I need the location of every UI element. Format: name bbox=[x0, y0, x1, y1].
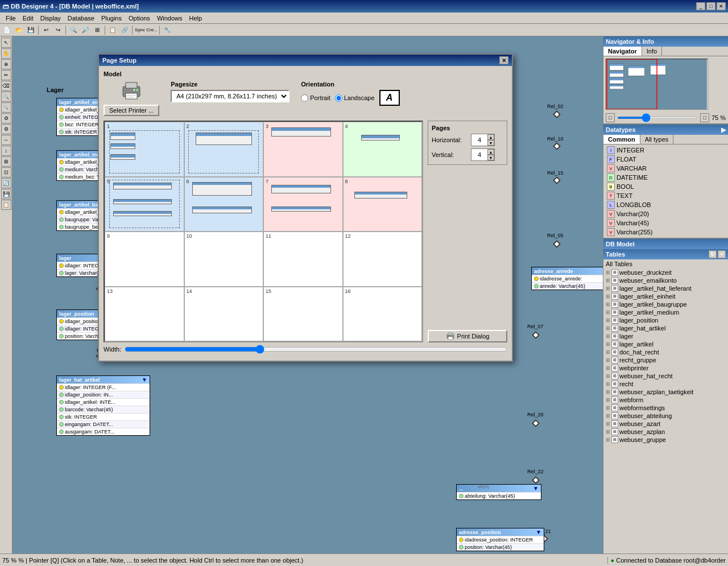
hand-tool[interactable]: ✋ bbox=[1, 48, 11, 59]
datatype-integer[interactable]: I INTEGER bbox=[605, 146, 727, 155]
zoom-out-nav-button[interactable]: □ bbox=[606, 113, 615, 122]
zoom-nav-slider[interactable] bbox=[617, 117, 698, 119]
pagesize-select[interactable]: A4 (210x297 mm, 8.26x11.7 inches) A3 (29… bbox=[171, 90, 289, 102]
table-item-lager-hat-artikel[interactable]: ⊞ ⊞ lager_hat_artikel bbox=[603, 324, 728, 332]
dialog-close-button[interactable]: ✕ bbox=[499, 56, 508, 64]
table-item-webform[interactable]: ⊞ ⊞ webform bbox=[603, 396, 728, 404]
table-adresse-position[interactable]: adresse_position ▼ idadresse_position: I… bbox=[456, 528, 544, 551]
zoom-out-tool[interactable]: 🔍 bbox=[1, 102, 11, 113]
table-item-webformsettings[interactable]: ⊞ ⊞ webformsettings bbox=[603, 404, 728, 412]
tab-common[interactable]: Common bbox=[603, 135, 640, 144]
refresh-tables-button[interactable]: ↻ bbox=[709, 250, 717, 258]
resize-h-tool[interactable]: ↔ bbox=[1, 135, 11, 145]
table-item-webuser-azart[interactable]: ⊞ ⊞ webuser_azart bbox=[603, 420, 728, 428]
export-tool[interactable]: 💾 bbox=[1, 189, 11, 199]
width-slider[interactable] bbox=[125, 345, 507, 354]
portrait-radio[interactable] bbox=[301, 94, 308, 102]
grid-tool[interactable]: ⊞ bbox=[1, 156, 11, 167]
zoom-in-tool[interactable]: 🔍 bbox=[1, 92, 11, 102]
table-item-webprinter[interactable]: ⊞ ⊞ webprinter bbox=[603, 364, 728, 372]
zoom-tool[interactable]: ⊕ bbox=[1, 59, 11, 69]
create-button[interactable]: Cre... bbox=[146, 25, 158, 35]
table-item-webuser-azplan[interactable]: ⊞ ⊞ webuser_azplan bbox=[603, 428, 728, 436]
table-item-webuser-hat-recht[interactable]: ⊞ ⊞ webuser_hat_recht bbox=[603, 372, 728, 380]
datatype-bool[interactable]: B BOOL bbox=[605, 182, 727, 191]
table-item-lager-artikel-baugruppe[interactable]: ⊞ ⊞ lager_artikel_baugruppe bbox=[603, 300, 728, 308]
menu-database[interactable]: Database bbox=[64, 14, 98, 23]
portrait-radio-label[interactable]: Portrait bbox=[301, 94, 330, 102]
print-dialog-button[interactable]: Print Dialog bbox=[428, 330, 507, 342]
new-button[interactable]: 📄 bbox=[1, 25, 13, 35]
menu-windows[interactable]: Windows bbox=[154, 14, 186, 23]
undo-button[interactable]: ↩ bbox=[40, 25, 52, 35]
landscape-radio[interactable] bbox=[335, 94, 342, 102]
table-item-lager-artikel-einheit[interactable]: ⊞ ⊞ lager_artikel_einheit bbox=[603, 292, 728, 300]
vertical-input[interactable] bbox=[471, 151, 487, 159]
menu-edit[interactable]: Edit bbox=[19, 14, 37, 23]
resize-v-tool[interactable]: ↕ bbox=[1, 146, 11, 156]
tab-all-types[interactable]: All types bbox=[640, 135, 674, 144]
maximize-button[interactable]: □ bbox=[706, 2, 715, 10]
vertical-up-button[interactable]: ▲ bbox=[487, 149, 494, 155]
table-item-doc-hat-recht[interactable]: ⊞ ⊞ doc_hat_recht bbox=[603, 348, 728, 356]
datatype-datetime[interactable]: D DATETIME bbox=[605, 173, 727, 182]
datatype-text[interactable]: T TEXT bbox=[605, 191, 727, 200]
delete-tool[interactable]: ⌫ bbox=[1, 81, 11, 91]
table-item-recht[interactable]: ⊞ ⊞ recht bbox=[603, 380, 728, 388]
datatype-float[interactable]: F FLOAT bbox=[605, 155, 727, 164]
table-item-lager-artikel[interactable]: ⊞ ⊞ lager_artikel bbox=[603, 340, 728, 348]
settings-tool[interactable]: ⚙ bbox=[1, 113, 11, 123]
zoom-fit-button[interactable]: ⊞ bbox=[92, 25, 103, 35]
vertical-down-button[interactable]: ▼ bbox=[487, 155, 494, 160]
table-item-lager-position[interactable]: ⊞ ⊞ lager_position bbox=[603, 316, 728, 324]
datatype-longblob[interactable]: L LONGBLOB bbox=[605, 200, 727, 209]
table-lager-hat-artikel[interactable]: lager_hat_artikel ▼ idlager: INTEGER (F.… bbox=[56, 375, 150, 436]
select-printer-button[interactable]: Select Printer ... bbox=[104, 105, 159, 116]
menu-display[interactable]: Display bbox=[37, 14, 64, 23]
table-item-webuser-druckzeit[interactable]: ⊞ ⊞ webuser_druckzeit bbox=[603, 268, 728, 276]
table-item-lager[interactable]: ⊞ ⊞ lager bbox=[603, 332, 728, 340]
table-item-recht-gruppe[interactable]: ⊞ ⊞ recht_gruppe bbox=[603, 356, 728, 364]
close-button[interactable]: ✕ bbox=[717, 2, 726, 10]
navigator-preview[interactable] bbox=[606, 59, 708, 110]
datatype-varchar255[interactable]: V Varchar(255) bbox=[605, 228, 727, 237]
menu-help[interactable]: Help bbox=[186, 14, 206, 23]
rotate-tool[interactable]: 🔄 bbox=[1, 178, 11, 188]
datatype-varchar20[interactable]: V Varchar(20) bbox=[605, 209, 727, 218]
connect-tool[interactable]: ⚙ bbox=[1, 124, 11, 134]
table-item-webuser-gruppe[interactable]: ⊞ ⊞ webuser_gruppe bbox=[603, 436, 728, 444]
add-relation-button[interactable]: 🔗 bbox=[119, 25, 130, 35]
table-item-lager-artikel-medium[interactable]: ⊞ ⊞ lager_artikel_medium bbox=[603, 308, 728, 316]
clipboard-tool[interactable]: 📋 bbox=[1, 200, 11, 210]
pointer-tool[interactable]: ↖ bbox=[1, 38, 11, 48]
table-item-webuser-azplan-taetigkeit[interactable]: ⊞ ⊞ webuser_azplan_taetigkeit bbox=[603, 388, 728, 396]
table-item-webuser-abteilung[interactable]: ⊞ ⊞ webuser_abteilung bbox=[603, 412, 728, 420]
minimize-button[interactable]: _ bbox=[696, 2, 705, 10]
redo-button[interactable]: ↪ bbox=[52, 25, 64, 35]
grid2-tool[interactable]: ⊡ bbox=[1, 167, 11, 177]
table-item-lager-artikel-hat-lieferant[interactable]: ⊞ ⊞ lager_artikel_hat_lieferant bbox=[603, 284, 728, 292]
tab-navigator[interactable]: Navigator bbox=[603, 47, 642, 56]
horizontal-input[interactable] bbox=[471, 136, 487, 144]
open-button[interactable]: 📂 bbox=[13, 25, 24, 35]
zoom-in-button[interactable]: 🔍 bbox=[68, 25, 79, 35]
horizontal-down-button[interactable]: ▼ bbox=[487, 140, 494, 146]
table-item-webuser-emailkonto[interactable]: ⊞ ⊞ webuser_emailkonto bbox=[603, 276, 728, 284]
note-tool[interactable]: ✏ bbox=[1, 70, 11, 80]
zoom-out-button[interactable]: 🔎 bbox=[80, 25, 91, 35]
menu-plugins[interactable]: Plugins bbox=[98, 14, 125, 23]
menu-file[interactable]: File bbox=[2, 14, 19, 23]
datatype-varchar[interactable]: V VARCHAR bbox=[605, 164, 727, 173]
add-table-button[interactable]: 📋 bbox=[107, 25, 118, 35]
horizontal-up-button[interactable]: ▲ bbox=[487, 134, 494, 140]
canvas-area[interactable]: Lager Adressen lager_artikel_einheit ▼ i… bbox=[13, 36, 603, 553]
save-button[interactable]: 💾 bbox=[25, 25, 36, 35]
menu-options[interactable]: Options bbox=[125, 14, 154, 23]
add-table-icon[interactable]: + bbox=[718, 250, 726, 258]
table-abteilung[interactable]: ... ▼ abteilung: Varchar(45) bbox=[456, 484, 541, 500]
zoom-in-nav-button[interactable]: □ bbox=[700, 113, 709, 122]
tab-info[interactable]: Info bbox=[642, 47, 662, 56]
landscape-radio-label[interactable]: Landscape bbox=[335, 94, 375, 102]
sync-button[interactable]: Sync bbox=[134, 25, 146, 35]
table-adresse-anrede[interactable]: adresse_anrede ▼ idadresse_anrede: anred… bbox=[531, 267, 603, 290]
